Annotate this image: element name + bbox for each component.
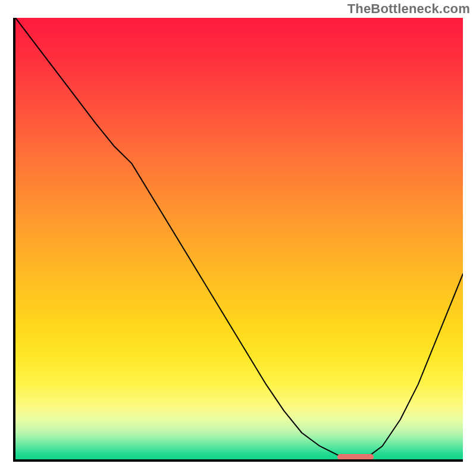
chart-minimum-marker <box>337 454 373 460</box>
chart-plot-area <box>13 18 463 462</box>
watermark-text: TheBottleneck.com <box>347 1 470 17</box>
bottleneck-curve-path <box>15 18 463 459</box>
chart-line-series <box>15 18 463 459</box>
